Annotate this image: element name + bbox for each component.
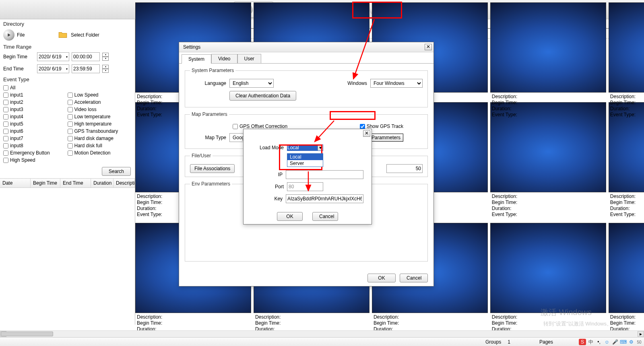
end-date-input[interactable]: 2020/ 6/19▾ bbox=[37, 64, 69, 73]
directory-title: Directory bbox=[0, 19, 135, 28]
begin-date-input[interactable]: 2020/ 6/19▾ bbox=[37, 52, 69, 61]
col-begin[interactable]: Begin Time bbox=[31, 179, 60, 187]
video-tile[interactable]: Description:Begin Time:Duration:Event Ty… bbox=[609, 223, 644, 340]
lang-icon[interactable]: 中 bbox=[588, 339, 594, 345]
scroll-right-icon[interactable]: ▸ bbox=[638, 331, 644, 337]
time-range-title: Time Range bbox=[0, 42, 135, 51]
time-stepper[interactable]: ▴▾ bbox=[102, 65, 109, 73]
event-checkbox[interactable] bbox=[68, 100, 73, 105]
event-checkbox[interactable] bbox=[3, 85, 8, 91]
load-mode-select[interactable]: Local▾ bbox=[287, 144, 323, 151]
video-tile[interactable]: Description:Begin Time:Duration:Event Ty… bbox=[490, 102, 606, 219]
settings-tab-user[interactable]: User bbox=[237, 54, 261, 63]
left-sidebar: Directory File Select Folder Time Range … bbox=[0, 19, 135, 325]
ip-label: IP bbox=[252, 172, 283, 177]
ip-input[interactable] bbox=[286, 170, 363, 179]
windows-select[interactable]: Four Windows bbox=[370, 79, 423, 88]
event-checkbox[interactable] bbox=[3, 129, 8, 134]
gear-icon[interactable]: ⚙ bbox=[628, 339, 634, 345]
event-checkbox[interactable] bbox=[3, 107, 8, 112]
map-type-label: Map Type bbox=[190, 135, 226, 140]
settings-tab-video[interactable]: Video bbox=[211, 54, 237, 63]
port-input[interactable] bbox=[287, 182, 323, 191]
mic-icon[interactable]: 🎤 bbox=[612, 339, 618, 345]
event-checkbox[interactable] bbox=[3, 143, 8, 148]
option-local[interactable]: Local bbox=[287, 154, 323, 160]
close-icon[interactable]: ✕ bbox=[425, 44, 432, 50]
video-tile[interactable]: Description:Begin Time:Duration:Event Ty… bbox=[609, 2, 644, 119]
results-header: Date Begin Time End Time Duration Descri… bbox=[0, 178, 135, 188]
settings-tab-system[interactable]: System bbox=[182, 54, 211, 64]
language-label: Language bbox=[190, 80, 226, 86]
settings-cancel-button[interactable]: Cancel bbox=[400, 274, 428, 282]
search-button[interactable]: Search bbox=[102, 167, 131, 176]
horizontal-scrollbar[interactable]: ◂▸ bbox=[0, 330, 644, 337]
file-user-legend: File/User bbox=[190, 153, 213, 159]
col-date[interactable]: Date bbox=[0, 179, 31, 187]
time-stepper[interactable]: ▴▾ bbox=[102, 53, 109, 61]
end-time-label: End Time bbox=[3, 66, 35, 72]
video-tile[interactable]: Description:Begin Time:Duration:Event Ty… bbox=[609, 102, 644, 219]
event-checkbox[interactable] bbox=[68, 129, 73, 134]
event-checkbox[interactable] bbox=[68, 107, 73, 112]
partial-input[interactable] bbox=[386, 164, 423, 173]
settings-titlebar[interactable]: Settings✕ bbox=[179, 42, 433, 52]
watermark-sub: 转到"设置"以激活 Windows。 bbox=[543, 320, 612, 327]
key-input[interactable] bbox=[286, 194, 363, 203]
ime-icon[interactable]: S bbox=[579, 339, 586, 345]
watermark: 激活 Windows bbox=[541, 307, 592, 318]
language-select[interactable]: English bbox=[229, 79, 274, 88]
load-mode-dropdown[interactable]: Local Server bbox=[287, 153, 323, 167]
option-server[interactable]: Server bbox=[287, 160, 323, 167]
smiley-icon[interactable]: ☺ bbox=[604, 339, 610, 345]
event-checkbox[interactable] bbox=[68, 122, 73, 127]
tray-icon[interactable]: •, bbox=[596, 339, 602, 345]
system-params-legend: System Parameters bbox=[190, 68, 235, 73]
end-time-input[interactable]: 23:59:59 bbox=[72, 64, 100, 73]
thumbnail bbox=[490, 223, 606, 313]
settings-ok-button[interactable]: OK bbox=[367, 274, 396, 282]
load-mode-label: Load Mode bbox=[252, 145, 284, 150]
event-checkbox[interactable] bbox=[3, 93, 8, 98]
api-ok-button[interactable]: OK bbox=[277, 212, 303, 221]
event-checkbox[interactable] bbox=[3, 150, 8, 156]
col-end[interactable]: End Time bbox=[60, 179, 91, 187]
col-duration[interactable]: Duration bbox=[91, 179, 114, 187]
file-associations-button[interactable]: File Associations bbox=[190, 164, 235, 173]
api-cancel-button[interactable]: Cancel bbox=[312, 212, 338, 221]
thumbnail bbox=[609, 223, 644, 313]
system-tray: S 中 •, ☺ 🎤 ⌨ ⚙ 50 bbox=[579, 339, 642, 345]
tray-text[interactable]: 50 bbox=[636, 339, 642, 345]
begin-time-label: Begin Time bbox=[3, 54, 35, 60]
gps-offset-checkbox[interactable] bbox=[233, 124, 238, 129]
map-params-legend: Map Parameters bbox=[190, 111, 229, 117]
event-checkbox[interactable] bbox=[3, 100, 8, 105]
clear-auth-button[interactable]: Clear Authentication Data bbox=[229, 91, 296, 101]
event-checkbox[interactable] bbox=[68, 93, 73, 98]
event-checkbox[interactable] bbox=[68, 143, 73, 148]
event-checkbox[interactable] bbox=[68, 114, 73, 119]
close-icon[interactable]: ✕ bbox=[363, 130, 370, 137]
col-desc[interactable]: Description bbox=[114, 179, 135, 187]
event-checkbox[interactable] bbox=[3, 158, 8, 163]
event-checkbox[interactable] bbox=[68, 136, 73, 141]
groups-label: Groups bbox=[485, 339, 501, 345]
file-label: File bbox=[17, 32, 57, 38]
event-checkbox[interactable] bbox=[3, 122, 8, 127]
file-play-icon[interactable] bbox=[3, 29, 14, 41]
event-checkbox[interactable] bbox=[68, 150, 73, 156]
select-folder-label[interactable]: Select Folder bbox=[71, 32, 99, 38]
key-label: Key bbox=[252, 196, 283, 202]
event-checkbox[interactable] bbox=[3, 136, 8, 141]
svg-marker-9 bbox=[8, 33, 10, 37]
scroll-thumb[interactable] bbox=[1, 332, 53, 336]
video-tile[interactable]: Description:Begin Time:Duration:Event Ty… bbox=[490, 2, 606, 119]
results-body[interactable] bbox=[0, 188, 135, 325]
keyboard-icon[interactable]: ⌨ bbox=[620, 339, 626, 345]
pages-label: Pages bbox=[539, 339, 553, 345]
port-label: Port bbox=[252, 184, 284, 189]
begin-time-input[interactable]: 00:00:00 bbox=[72, 52, 100, 61]
event-checkbox[interactable] bbox=[3, 114, 8, 119]
folder-icon[interactable] bbox=[57, 29, 68, 41]
show-gps-track-checkbox[interactable] bbox=[360, 124, 365, 129]
